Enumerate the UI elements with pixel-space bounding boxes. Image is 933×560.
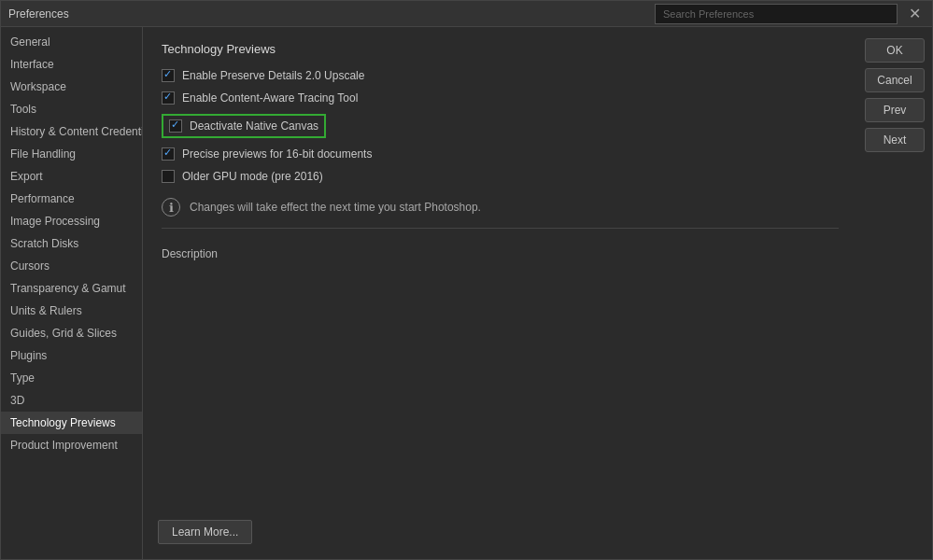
right-buttons: OK Cancel Prev Next bbox=[857, 27, 932, 559]
sidebar-item-workspace[interactable]: Workspace bbox=[1, 76, 142, 98]
sidebar-item-cursors[interactable]: Cursors bbox=[1, 255, 142, 277]
sidebar-item-3d[interactable]: 3D bbox=[1, 389, 142, 412]
sidebar-item-history[interactable]: History & Content Credentials bbox=[1, 120, 142, 143]
section-title: Technology Previews bbox=[162, 42, 839, 56]
window-title: Preferences bbox=[8, 7, 69, 21]
sidebar-item-guides-grid-slices[interactable]: Guides, Grid & Slices bbox=[1, 322, 142, 344]
close-button[interactable]: ✕ bbox=[905, 3, 925, 24]
sidebar-item-performance[interactable]: Performance bbox=[1, 188, 142, 210]
checkbox-precise-previews-row: Precise previews for 16-bit documents bbox=[162, 147, 839, 161]
preferences-window: Preferences ✕ General Interface Workspac… bbox=[0, 0, 933, 560]
description-section: Description bbox=[162, 240, 839, 324]
sidebar-item-general[interactable]: General bbox=[1, 31, 142, 53]
sidebar-item-interface[interactable]: Interface bbox=[1, 53, 142, 76]
description-label: Description bbox=[162, 247, 839, 260]
checkbox-older-gpu[interactable] bbox=[162, 170, 175, 183]
checkbox-preserve-details-row: Enable Preserve Details 2.0 Upscale bbox=[162, 69, 839, 82]
checkbox-deactivate-canvas-label[interactable]: Deactivate Native Canvas bbox=[190, 119, 318, 133]
sidebar-item-image-processing[interactable]: Image Processing bbox=[1, 210, 142, 232]
panels-row: General Interface Workspace Tools Histor… bbox=[1, 27, 932, 559]
checkbox-precise-previews-label[interactable]: Precise previews for 16-bit documents bbox=[182, 147, 372, 161]
sidebar-item-file-handling[interactable]: File Handling bbox=[1, 143, 142, 165]
sidebar-item-type[interactable]: Type bbox=[1, 367, 142, 389]
checkbox-deactivate-canvas-row: Deactivate Native Canvas bbox=[162, 114, 326, 138]
sidebar-item-export[interactable]: Export bbox=[1, 165, 142, 188]
checkbox-preserve-details[interactable] bbox=[162, 69, 175, 82]
next-button[interactable]: Next bbox=[865, 128, 925, 152]
checkbox-older-gpu-label[interactable]: Older GPU mode (pre 2016) bbox=[182, 170, 323, 183]
title-bar-left: Preferences bbox=[8, 7, 69, 21]
sidebar-item-units-rulers[interactable]: Units & Rulers bbox=[1, 300, 142, 322]
sidebar-item-plugins[interactable]: Plugins bbox=[1, 344, 142, 367]
search-input[interactable] bbox=[655, 4, 898, 24]
info-message: Changes will take effect the next time y… bbox=[190, 201, 481, 214]
main-content: Technology Previews Enable Preserve Deta… bbox=[143, 27, 857, 511]
checkbox-deactivate-canvas[interactable] bbox=[169, 119, 182, 133]
sidebar-item-product-improvement[interactable]: Product Improvement bbox=[1, 434, 142, 456]
info-icon: ℹ bbox=[162, 198, 180, 217]
sidebar-item-transparency-gamut[interactable]: Transparency & Gamut bbox=[1, 277, 142, 300]
sidebar-item-tools[interactable]: Tools bbox=[1, 98, 142, 120]
checkbox-older-gpu-row: Older GPU mode (pre 2016) bbox=[162, 170, 839, 183]
learn-more-button[interactable]: Learn More... bbox=[158, 520, 252, 544]
sidebar-item-technology-previews[interactable]: Technology Previews bbox=[1, 412, 142, 434]
bottom-area: Learn More... bbox=[143, 511, 857, 559]
divider bbox=[162, 228, 839, 229]
main-panel: Technology Previews Enable Preserve Deta… bbox=[143, 27, 857, 559]
title-bar: Preferences ✕ bbox=[1, 1, 932, 27]
checkbox-preserve-details-label[interactable]: Enable Preserve Details 2.0 Upscale bbox=[182, 69, 364, 82]
checkbox-content-aware[interactable] bbox=[162, 91, 175, 105]
checkbox-content-aware-row: Enable Content-Aware Tracing Tool bbox=[162, 91, 839, 105]
sidebar-item-scratch-disks[interactable]: Scratch Disks bbox=[1, 232, 142, 255]
cancel-button[interactable]: Cancel bbox=[865, 68, 925, 92]
search-bar: ✕ bbox=[655, 3, 925, 24]
checkbox-content-aware-label[interactable]: Enable Content-Aware Tracing Tool bbox=[182, 91, 358, 105]
sidebar: General Interface Workspace Tools Histor… bbox=[1, 27, 143, 559]
prev-button[interactable]: Prev bbox=[865, 98, 925, 122]
info-row: ℹ Changes will take effect the next time… bbox=[162, 198, 839, 217]
ok-button[interactable]: OK bbox=[865, 38, 925, 63]
checkbox-precise-previews[interactable] bbox=[162, 147, 175, 161]
